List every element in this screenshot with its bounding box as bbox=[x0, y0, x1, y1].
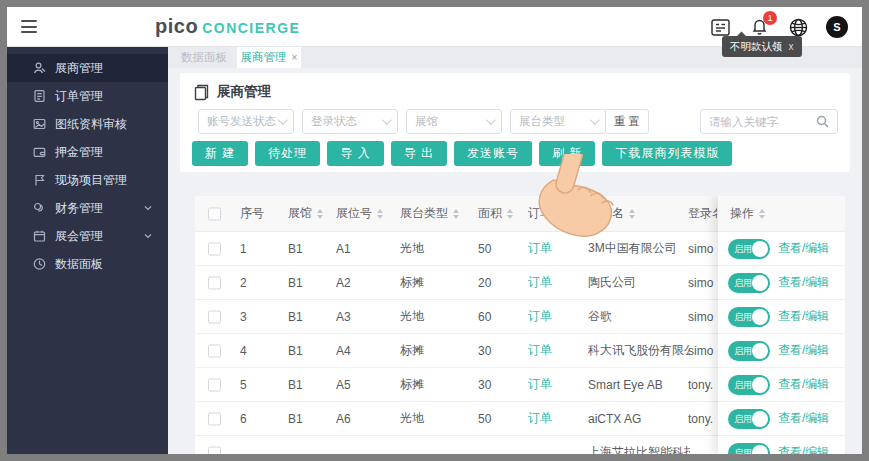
search-input[interactable] bbox=[709, 116, 816, 128]
user-avatar[interactable]: S bbox=[826, 16, 848, 38]
search-icon[interactable] bbox=[816, 115, 829, 128]
col-header-name[interactable]: 展商名 bbox=[588, 196, 690, 231]
sidebar-item-exhibitor-management[interactable]: 展商管理 bbox=[7, 54, 168, 82]
logo-concierge: CONCIERGE bbox=[202, 20, 300, 36]
sidebar-item-label: 展商管理 bbox=[55, 60, 103, 77]
reset-button[interactable]: 重 置 bbox=[605, 109, 649, 134]
sidebar-item-data-dashboard[interactable]: 数据面板 bbox=[7, 250, 168, 278]
col-header-action[interactable]: 操作 bbox=[718, 196, 845, 232]
tooltip-close-icon[interactable]: x bbox=[789, 41, 794, 52]
filter-placeholder: 展台类型 bbox=[519, 114, 565, 129]
order-link[interactable]: 订单 bbox=[528, 308, 552, 325]
notifications-bell-icon[interactable]: 1 bbox=[748, 16, 770, 38]
view-edit-link[interactable]: 查看/编辑 bbox=[778, 274, 829, 291]
enable-toggle[interactable]: 启用 bbox=[728, 273, 770, 293]
download-exhibitor-template-button[interactable]: 下载展商列表模版 bbox=[602, 141, 732, 166]
sort-icon[interactable] bbox=[629, 209, 635, 219]
row-checkbox[interactable] bbox=[208, 446, 221, 454]
col-header-booth[interactable]: 展位号 bbox=[336, 196, 396, 231]
view-edit-link[interactable]: 查看/编辑 bbox=[778, 376, 829, 393]
order-link[interactable]: 订单 bbox=[528, 376, 552, 393]
pending-button[interactable]: 待处理 bbox=[255, 141, 320, 166]
view-edit-link[interactable]: 查看/编辑 bbox=[778, 308, 829, 325]
order-link[interactable]: 订单 bbox=[528, 410, 552, 427]
dashboard-icon bbox=[33, 258, 46, 271]
sidebar-item-onsite-project-management[interactable]: 现场项目管理 bbox=[7, 166, 168, 194]
toggle-knob bbox=[752, 343, 768, 359]
view-edit-link[interactable]: 查看/编辑 bbox=[778, 240, 829, 257]
enable-toggle[interactable]: 启用 bbox=[728, 341, 770, 361]
exhibitor-icon bbox=[33, 62, 46, 75]
sort-icon[interactable] bbox=[453, 209, 459, 219]
sidebar-item-order-management[interactable]: 订单管理 bbox=[7, 82, 168, 110]
enable-toggle[interactable]: 启用 bbox=[728, 443, 770, 455]
sidebar-item-exhibition-management[interactable]: 展会管理 bbox=[7, 222, 168, 250]
logo-pico: pico bbox=[155, 15, 198, 38]
tab-label: 展商管理 bbox=[241, 50, 287, 65]
hamburger-menu-icon[interactable] bbox=[21, 20, 37, 33]
chevron-down-icon bbox=[590, 115, 600, 125]
enable-toggle[interactable]: 启用 bbox=[728, 307, 770, 327]
row-checkbox[interactable] bbox=[208, 378, 221, 391]
language-globe-icon[interactable] bbox=[787, 16, 809, 38]
onsite-project-icon bbox=[33, 174, 46, 187]
chevron-down-icon bbox=[144, 233, 152, 239]
import-button[interactable]: 导 入 bbox=[327, 141, 383, 166]
sort-icon[interactable] bbox=[507, 209, 513, 219]
view-edit-link[interactable]: 查看/编辑 bbox=[778, 342, 829, 359]
finance-icon bbox=[33, 202, 46, 215]
deposit-icon bbox=[33, 146, 46, 159]
sidebar-item-finance-management[interactable]: 财务管理 bbox=[7, 194, 168, 222]
sidebar-item-drawing-review[interactable]: 图纸资料审核 bbox=[7, 110, 168, 138]
select-all-checkbox[interactable] bbox=[208, 207, 221, 220]
sort-icon[interactable] bbox=[377, 209, 383, 219]
send-account-button[interactable]: 发送账号 bbox=[454, 141, 532, 166]
order-icon bbox=[33, 90, 46, 103]
order-link[interactable]: 订单 bbox=[528, 240, 552, 257]
tab-label: 数据面板 bbox=[181, 50, 227, 65]
claim-tooltip: 不明款认领 x bbox=[722, 36, 802, 57]
new-button[interactable]: 新 建 bbox=[192, 141, 248, 166]
col-header-login[interactable]: 登录名 bbox=[688, 196, 717, 231]
row-checkbox[interactable] bbox=[208, 310, 221, 323]
sort-icon[interactable] bbox=[317, 209, 323, 219]
row-checkbox[interactable] bbox=[208, 344, 221, 357]
tab-exhibitor-management[interactable]: 展商管理 × bbox=[237, 47, 301, 68]
tab-data-dashboard[interactable]: 数据面板 bbox=[175, 47, 233, 68]
filter-login-status[interactable]: 登录状态 bbox=[302, 109, 398, 134]
page-title-pages-icon bbox=[194, 84, 209, 101]
row-checkbox[interactable] bbox=[208, 412, 221, 425]
order-link[interactable]: 订单 bbox=[528, 274, 552, 291]
sort-icon[interactable] bbox=[759, 209, 765, 219]
view-edit-link[interactable]: 查看/编辑 bbox=[778, 444, 829, 454]
exhibitor-name: aiCTX AG bbox=[588, 402, 690, 435]
filter-account-send-status[interactable]: 账号发送状态 bbox=[198, 109, 294, 134]
tab-close-icon[interactable]: × bbox=[292, 52, 298, 63]
row-checkbox[interactable] bbox=[208, 242, 221, 255]
toggle-knob bbox=[752, 309, 768, 325]
col-header-order[interactable]: 订单 bbox=[528, 196, 584, 231]
refresh-button[interactable]: 刷 新 bbox=[539, 141, 595, 166]
exhibitor-name: Smart Eye AB bbox=[588, 368, 690, 401]
enable-toggle[interactable]: 启用 bbox=[728, 375, 770, 395]
col-header-type[interactable]: 展台类型 bbox=[400, 196, 474, 231]
col-header-seq: 序号 bbox=[240, 196, 284, 231]
col-header-area[interactable]: 面积 bbox=[478, 196, 524, 231]
enable-toggle[interactable]: 启用 bbox=[728, 409, 770, 429]
sidebar-item-deposit-management[interactable]: 押金管理 bbox=[7, 138, 168, 166]
sidebar-item-label: 财务管理 bbox=[55, 200, 103, 217]
export-button[interactable]: 导 出 bbox=[391, 141, 447, 166]
view-edit-link[interactable]: 查看/编辑 bbox=[778, 410, 829, 427]
order-link[interactable]: 订单 bbox=[528, 342, 552, 359]
filter-hall[interactable]: 展馆 bbox=[406, 109, 502, 134]
claim-tooltip-text: 不明款认领 bbox=[730, 40, 783, 54]
sort-icon[interactable] bbox=[557, 209, 563, 219]
filter-booth-type[interactable]: 展台类型 bbox=[510, 109, 606, 134]
action-cell: 启用 查看/编辑 bbox=[718, 266, 845, 300]
claim-form-icon[interactable] bbox=[709, 16, 731, 38]
exhibitor-name: 3M中国有限公司 bbox=[588, 232, 690, 265]
sidebar-item-label: 现场项目管理 bbox=[55, 172, 127, 189]
row-checkbox[interactable] bbox=[208, 276, 221, 289]
col-header-hall[interactable]: 展馆 bbox=[288, 196, 332, 231]
enable-toggle[interactable]: 启用 bbox=[728, 239, 770, 259]
